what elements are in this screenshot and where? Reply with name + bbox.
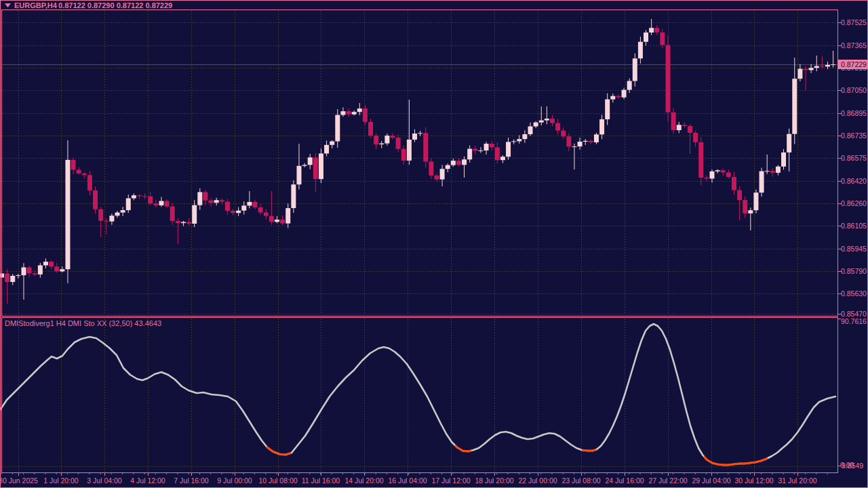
candle-bearish xyxy=(148,197,153,204)
indicator-zero-label: 0.00 xyxy=(840,461,854,469)
candle-bullish xyxy=(352,112,357,115)
candle-bearish xyxy=(186,222,191,224)
candle-bullish xyxy=(677,125,682,130)
candle-bullish xyxy=(319,154,323,180)
candle-bullish xyxy=(308,157,313,165)
candle-bullish xyxy=(132,195,136,198)
candle-bearish xyxy=(561,131,566,137)
candle-bullish xyxy=(787,134,791,152)
candle-bearish xyxy=(555,123,560,131)
candle-bearish xyxy=(264,213,269,216)
candle-bullish xyxy=(330,142,334,145)
candle-bullish xyxy=(627,81,632,89)
candle-bearish xyxy=(732,177,736,190)
price-axis-label: 0.85630 xyxy=(841,289,867,298)
candle-bullish xyxy=(109,216,114,221)
candle-bullish xyxy=(247,202,252,205)
candle-bearish xyxy=(804,69,808,70)
candle-bearish xyxy=(77,170,81,174)
candle-bullish xyxy=(21,267,26,275)
candle-bullish xyxy=(539,121,544,123)
candle-bullish xyxy=(622,90,627,98)
candle-bullish xyxy=(384,136,389,143)
candle-bullish xyxy=(192,205,197,224)
candle-bearish xyxy=(93,190,98,209)
candle-bullish xyxy=(181,222,186,223)
candle-bullish xyxy=(418,133,422,134)
candle-bullish xyxy=(638,42,643,59)
candle-bearish xyxy=(726,172,731,177)
candle-bearish xyxy=(71,160,76,170)
candle-bullish xyxy=(831,64,835,65)
time-axis-label: 30 Jul 12:00 xyxy=(734,476,773,485)
candle-bearish xyxy=(176,221,180,223)
candle-bearish xyxy=(98,209,103,221)
candle-bullish xyxy=(159,201,163,205)
candle-bearish xyxy=(456,161,461,165)
price-axis-label: 0.87525 xyxy=(841,18,867,26)
candle-bearish xyxy=(429,161,433,175)
candle-bullish xyxy=(285,208,290,224)
candle-bullish xyxy=(797,69,802,79)
candle-bullish xyxy=(760,171,764,193)
candle-bearish xyxy=(153,203,158,205)
candle-bearish xyxy=(269,216,274,222)
candle-bearish xyxy=(87,175,92,190)
time-axis-label: 22 Jul 00:00 xyxy=(518,476,557,485)
candle-bullish xyxy=(484,144,489,150)
candle-bullish xyxy=(121,210,125,213)
candle-bullish xyxy=(748,210,753,214)
candle-bearish xyxy=(363,108,368,122)
candle-bearish xyxy=(666,45,671,112)
time-axis-label: 16 Jul 04:00 xyxy=(388,476,427,485)
candle-bearish xyxy=(225,202,230,211)
candle-bearish xyxy=(423,133,428,161)
candle-bearish xyxy=(142,196,147,197)
candle-bullish xyxy=(296,166,301,184)
candle-bullish xyxy=(335,115,340,142)
candle-bullish xyxy=(610,96,615,100)
candle-bullish xyxy=(38,265,43,274)
candle-bearish xyxy=(737,190,742,201)
candle-bearish xyxy=(33,273,37,274)
price-axis-label: 0.86735 xyxy=(841,131,867,140)
candle-bullish xyxy=(60,269,64,271)
time-axis-label: 23 Jul 08:00 xyxy=(561,476,600,485)
candle-bearish xyxy=(721,170,726,172)
candle-bearish xyxy=(473,149,477,151)
candle-bullish xyxy=(599,119,604,134)
candle-bullish xyxy=(649,28,654,33)
candle-bearish xyxy=(203,192,208,200)
candle-bullish xyxy=(776,167,781,173)
candle-bearish xyxy=(253,202,258,207)
candle-bearish xyxy=(743,200,747,214)
time-axis-label: 29 Jul 04:00 xyxy=(692,476,730,485)
price-axis-label: 0.85790 xyxy=(841,267,867,275)
candle-bullish xyxy=(126,199,131,211)
candle-bullish xyxy=(340,111,345,115)
price-axis-label: 0.86895 xyxy=(841,109,867,117)
time-axis-label: 24 Jul 16:00 xyxy=(605,476,644,485)
candle-bearish xyxy=(220,200,224,201)
candle-bullish xyxy=(528,126,533,134)
candle-bullish xyxy=(605,100,610,119)
current-price-value: 0.87229 xyxy=(841,60,867,68)
candle-bullish xyxy=(814,66,819,68)
candle-bullish xyxy=(517,139,521,141)
price-axis-label: 0.86575 xyxy=(841,154,867,162)
candle-bullish xyxy=(534,123,538,127)
candle-bearish xyxy=(566,136,571,146)
candle-bullish xyxy=(440,169,445,179)
chart-canvas: 30 Jun 20251 Jul 20:003 Jul 04:004 Jul 1… xyxy=(0,0,868,488)
candle-bearish xyxy=(137,195,142,196)
candle-bullish xyxy=(357,108,362,112)
candle-bearish xyxy=(671,113,676,130)
candle-bullish xyxy=(412,134,417,140)
candle-bullish xyxy=(241,205,246,210)
price-axis-label: 0.86260 xyxy=(841,199,867,207)
time-axis-label: 4 Jul 12:00 xyxy=(130,476,165,485)
price-axis-label: 0.86105 xyxy=(841,222,867,230)
candle-bullish xyxy=(792,79,797,134)
candle-bullish xyxy=(506,142,511,157)
price-axis-label: 0.87365 xyxy=(841,41,867,49)
